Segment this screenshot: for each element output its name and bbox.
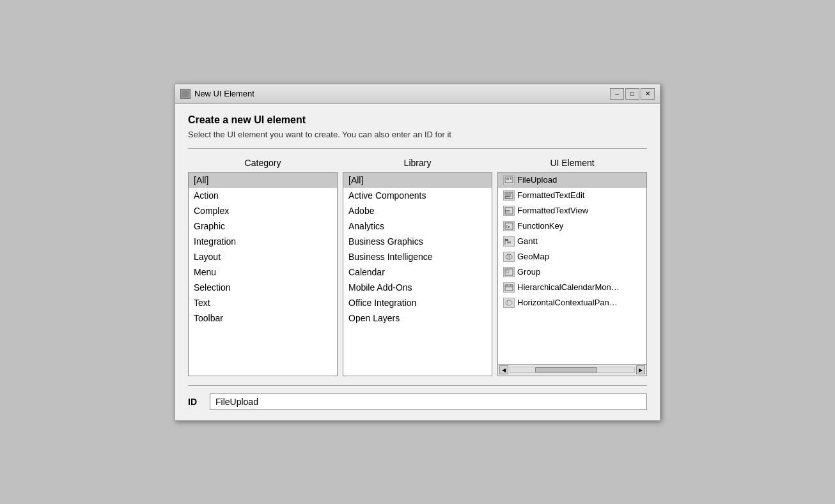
svg-rect-20 (506, 270, 509, 273)
category-item-action[interactable]: Action (189, 188, 337, 203)
h-scroll-right-button[interactable]: ▶ (636, 365, 645, 374)
id-row: ID (188, 385, 647, 410)
library-item-business-graphics[interactable]: Business Graphics (343, 234, 492, 249)
svg-rect-1 (183, 91, 185, 94)
id-label: ID (188, 397, 203, 407)
h-scroll-left-button[interactable]: ◀ (499, 365, 508, 374)
category-item-text[interactable]: Text (189, 295, 337, 310)
category-item-all[interactable]: [All] (189, 172, 337, 188)
library-item-all[interactable]: [All] (343, 172, 492, 188)
title-bar-controls: – □ ✕ (610, 88, 655, 100)
ui-element-item-group[interactable]: Group (498, 264, 646, 280)
library-item-adobe[interactable]: Adobe (343, 203, 492, 218)
svg-rect-15 (505, 239, 508, 241)
svg-rect-22 (506, 284, 508, 286)
library-column-header: Library (404, 158, 432, 168)
svg-text:ITT: ITT (505, 195, 510, 199)
category-column-header: Category (245, 158, 281, 168)
library-item-analytics[interactable]: Analytics (343, 218, 492, 234)
category-listbox[interactable]: [All] Action Complex Graphic Integration… (188, 172, 338, 376)
ui-element-listbox[interactable]: FileUpload ITT (497, 172, 647, 376)
svg-point-25 (506, 300, 512, 305)
svg-rect-21 (505, 285, 513, 291)
formatted-text-edit-icon: ITT (503, 190, 515, 201)
library-list-inner[interactable]: [All] Active Components Adobe Analytics … (343, 172, 492, 376)
h-scroll-track (510, 367, 635, 373)
library-item-calendar[interactable]: Calendar (343, 264, 492, 280)
gantt-icon (503, 236, 515, 247)
ui-element-item-functionkey[interactable]: Fn FunctionKey (498, 218, 646, 234)
ui-element-column: UI Element FileUpload (497, 158, 647, 376)
svg-point-18 (506, 254, 512, 259)
h-scroll-thumb (535, 367, 597, 372)
category-item-graphic[interactable]: Graphic (189, 218, 337, 234)
category-item-toolbar[interactable]: Toolbar (189, 310, 337, 326)
category-column: Category [All] Action Complex Graphic In… (188, 158, 338, 376)
close-button[interactable]: ✕ (641, 88, 655, 100)
title-bar: New UI Element – □ ✕ (175, 84, 660, 104)
hierarchical-calendar-icon (503, 282, 515, 293)
ui-element-item-horizontalcontextualpane[interactable]: HorizontalContextualPan… (498, 295, 646, 310)
ui-element-item-fileupload[interactable]: FileUpload (498, 172, 646, 188)
category-item-integration[interactable]: Integration (189, 234, 337, 249)
svg-rect-23 (510, 284, 511, 286)
header-divider (188, 148, 647, 149)
ui-element-list-inner[interactable]: FileUpload ITT (498, 172, 646, 364)
dialog-subtext: Select the UI element you want to create… (188, 130, 647, 139)
window-icon (180, 89, 191, 99)
title-bar-left: New UI Element (180, 89, 254, 99)
id-input[interactable] (210, 393, 647, 410)
category-item-layout[interactable]: Layout (189, 249, 337, 264)
library-item-office-integration[interactable]: Office Integration (343, 295, 492, 310)
ui-element-item-geomap[interactable]: GeoMap (498, 249, 646, 264)
svg-text:Fn: Fn (506, 225, 511, 229)
library-listbox[interactable]: [All] Active Components Adobe Analytics … (343, 172, 492, 376)
file-upload-icon (503, 175, 515, 185)
horizontal-contextual-icon (503, 298, 515, 308)
formatted-text-view-icon: ITT (503, 206, 515, 216)
function-key-icon: Fn (503, 221, 515, 231)
dialog-content: Create a new UI element Select the UI el… (175, 104, 660, 420)
main-window: New UI Element – □ ✕ Create a new UI ele… (175, 84, 660, 421)
category-item-menu[interactable]: Menu (189, 264, 337, 280)
geomap-icon (503, 252, 515, 262)
ui-element-h-scrollbar[interactable]: ◀ ▶ (498, 364, 646, 376)
svg-text:ITT: ITT (505, 210, 510, 213)
svg-marker-5 (510, 178, 512, 179)
svg-rect-4 (506, 178, 509, 180)
category-item-complex[interactable]: Complex (189, 203, 337, 218)
ui-element-item-formattedtextview[interactable]: ITT FormattedTextView (498, 203, 646, 218)
svg-rect-2 (186, 95, 188, 96)
ui-element-item-formattedtextedit[interactable]: ITT FormattedTextEdit (498, 188, 646, 203)
window-title: New UI Element (194, 89, 254, 98)
ui-element-item-hierarchicalcalendar[interactable]: HierarchicalCalendarMon… (498, 280, 646, 295)
dialog-heading: Create a new UI element (188, 114, 647, 126)
category-item-selection[interactable]: Selection (189, 280, 337, 295)
library-item-active-components[interactable]: Active Components (343, 188, 492, 203)
library-item-mobile-addons[interactable]: Mobile Add-Ons (343, 280, 492, 295)
library-column: Library [All] Active Components Adobe An… (343, 158, 492, 376)
library-item-open-layers[interactable]: Open Layers (343, 310, 492, 326)
ui-element-item-gantt[interactable]: Gantt (498, 234, 646, 249)
ui-element-column-header: UI Element (550, 158, 594, 168)
category-list-inner[interactable]: [All] Action Complex Graphic Integration… (189, 172, 337, 376)
group-icon (503, 267, 515, 277)
maximize-button[interactable]: □ (625, 88, 639, 100)
svg-rect-16 (507, 241, 511, 243)
columns-area: Category [All] Action Complex Graphic In… (188, 158, 647, 376)
minimize-button[interactable]: – (610, 88, 624, 100)
library-item-business-intelligence[interactable]: Business Intelligence (343, 249, 492, 264)
